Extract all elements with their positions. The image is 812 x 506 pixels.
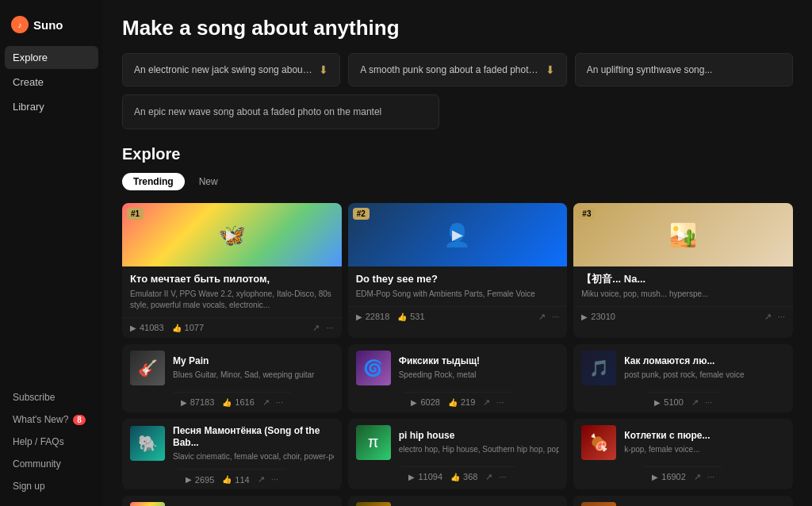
song-emoji-1: 🎸	[138, 358, 158, 378]
song-more-icon-6[interactable]: ···	[707, 472, 714, 482]
song-play-icon-6: ▶	[652, 473, 658, 481]
featured-title-1: Кто мечтает быть пилотом,	[130, 273, 334, 286]
song-card-4[interactable]: 🐘 Песня Мамонтёнка (Song of the Bab... S…	[122, 419, 342, 489]
song-share-icon-4[interactable]: ↗	[258, 474, 265, 485]
play-icon-2: ▶	[452, 226, 463, 243]
sidebar-item-community[interactable]: Community	[5, 454, 98, 474]
song-genre-3: post punk, post rock, female voice	[624, 370, 785, 381]
prompt-box-1[interactable]: An electronic new jack swing song about …	[122, 53, 340, 86]
share-icon-1[interactable]: ↗	[312, 323, 320, 333]
song-thumb-3: 🎵	[581, 351, 616, 385]
sidebar-item-whats-new[interactable]: What's New? 8	[5, 409, 98, 430]
song-like-icon-2: 👍	[448, 398, 458, 407]
sidebar-item-help[interactable]: Help / FAQs	[5, 431, 98, 452]
song-card-1[interactable]: 🎸 My Pain Blues Guitar, Minor, Sad, weep…	[122, 344, 342, 412]
song-share-icon-3[interactable]: ↗	[691, 397, 699, 408]
song-card-5[interactable]: π pi hip house electro hop, Hip house, S…	[348, 419, 568, 489]
song-plays-4: ▶ 2695	[186, 475, 214, 485]
featured-card-1[interactable]: #1 🦋 ▶ Кто мечтает быть пилотом, Emulato…	[122, 203, 342, 338]
song-emoji-5: π	[368, 433, 379, 451]
prompt-text-2: A smooth punk song about a faded photo o…	[360, 64, 538, 75]
featured-card-2[interactable]: #2 👤 ▶ Do they see me? EDM-Pop Song with…	[348, 203, 568, 338]
song-plays-1: ▶ 87183	[181, 397, 215, 407]
song-stats-5: ▶ 11094 👍 368 ↗ ···	[400, 466, 514, 487]
song-like-num-1: 1616	[235, 397, 254, 407]
song-likes-4: 👍 114	[222, 475, 249, 485]
prompt-arrow-1: ⬇	[319, 63, 328, 76]
more-icon-1[interactable]: ···	[326, 323, 333, 333]
sidebar-item-signup[interactable]: Sign up	[5, 476, 98, 496]
featured-thumb-3: #3 🏜️ ▶	[573, 203, 793, 266]
song-thumb-2: 🌀	[356, 351, 391, 385]
prompt-text-3: An uplifting synthwave song...	[587, 64, 713, 75]
song-emoji-2: 🌀	[363, 358, 383, 378]
sidebar-item-library[interactable]: Library	[5, 95, 98, 118]
song-share-icon-2[interactable]: ↗	[483, 397, 490, 408]
song-play-num-5: 11094	[418, 472, 442, 481]
song-inner-3: 🎵 Как ломаются лю... post punk, post roc…	[573, 344, 793, 392]
song-title-6: Котлетки с пюре...	[624, 430, 785, 443]
logo: ♪ Suno	[0, 10, 103, 46]
featured-genre-2: EDM-Pop Song with Ambients Parts, Female…	[356, 289, 560, 300]
song-card-8[interactable]: 🍔 I shouldn't eat your burger Emotional …	[348, 496, 568, 506]
song-play-num-1: 87183	[190, 397, 215, 407]
tab-new[interactable]: New	[188, 173, 229, 190]
sidebar-item-create[interactable]: Create	[5, 71, 98, 94]
tabs-container: Trending New	[122, 173, 793, 190]
song-inner-9: 🔥 World on Fire Female voice lyrics, C..…	[573, 496, 793, 506]
more-icon-2[interactable]: ···	[552, 312, 559, 322]
song-text-5: pi hip house electro hop, Hip house, Sou…	[399, 430, 560, 455]
song-more-icon-5[interactable]: ···	[499, 472, 506, 482]
song-more-icon-1[interactable]: ···	[276, 397, 283, 408]
song-share-icon-6[interactable]: ↗	[694, 472, 701, 482]
song-title-4: Песня Мамонтёнка (Song of the Bab...	[173, 425, 334, 450]
featured-title-2: Do they see me?	[356, 273, 560, 286]
song-more-icon-4[interactable]: ···	[271, 474, 278, 485]
song-card-2[interactable]: 🌀 Фиксики тыдыщ! Speeding Rock, metal ▶ …	[348, 344, 568, 412]
song-card-7[interactable]: ✨ The Roaring 20s 1920s Dubstep ▶ 38556 …	[122, 496, 342, 506]
share-icon-3[interactable]: ↗	[764, 312, 772, 322]
song-actions-5: ↗ ···	[485, 472, 506, 482]
song-card-9[interactable]: 🔥 World on Fire Female voice lyrics, C..…	[573, 496, 793, 506]
main-content: Make a song about anything An electronic…	[103, 0, 812, 506]
sidebar: ♪ Suno Explore Create Library Subscribe …	[0, 0, 103, 506]
featured-info-3: 【初音... Na... Miku voice, pop, mush... hy…	[573, 266, 793, 306]
song-actions-4: ↗ ···	[258, 474, 278, 485]
song-thumb-6: 🍖	[581, 425, 616, 460]
sidebar-bottom: Subscribe What's New? 8 Help / FAQs Comm…	[0, 387, 103, 496]
song-card-3[interactable]: 🎵 Как ломаются лю... post punk, post roc…	[573, 344, 793, 412]
song-text-1: My Pain Blues Guitar, Minor, Sad, weepin…	[173, 355, 334, 381]
page-title: Make a song about anything	[122, 16, 793, 40]
prompt-boxes-row1: An electronic new jack swing song about …	[122, 53, 793, 86]
song-inner-8: 🍔 I shouldn't eat your burger Emotional …	[348, 496, 568, 506]
song-more-icon-2[interactable]: ···	[496, 397, 504, 408]
rank-badge-1: #1	[127, 208, 144, 220]
featured-genre-3: Miku voice, pop, mush... hyperspe...	[581, 289, 785, 300]
share-icon-2[interactable]: ↗	[538, 312, 546, 322]
tab-trending[interactable]: Trending	[122, 173, 185, 190]
song-play-num-4: 2695	[195, 475, 214, 485]
play-num-2: 22818	[366, 312, 390, 321]
signup-label: Sign up	[13, 481, 45, 492]
song-share-icon-1[interactable]: ↗	[262, 397, 270, 408]
featured-genre-1: Emulator II V, PPG Wave 2.2, xylophone, …	[130, 289, 334, 311]
more-icon-3[interactable]: ···	[778, 312, 785, 322]
rank-badge-3: #3	[578, 208, 595, 220]
song-play-num-3: 5100	[664, 397, 683, 407]
prompt-box-3[interactable]: An uplifting synthwave song...	[575, 53, 793, 86]
sidebar-item-subscribe[interactable]: Subscribe	[5, 387, 98, 408]
sidebar-item-explore[interactable]: Explore	[5, 46, 98, 69]
song-likes-1: 👍 1616	[222, 397, 254, 407]
song-play-icon-1: ▶	[181, 398, 187, 407]
song-more-icon-3[interactable]: ···	[705, 397, 712, 408]
song-likes-5: 👍 368	[450, 472, 477, 481]
featured-card-3[interactable]: #3 🏜️ ▶ 【初音... Na... Miku voice, pop, mu…	[573, 203, 793, 338]
song-genre-4: Slavic cinematic, female vocal, choir, p…	[173, 451, 334, 462]
prompt-box-wide[interactable]: An epic new wave song about a faded phot…	[122, 94, 439, 129]
song-like-icon-1: 👍	[222, 398, 232, 407]
song-play-icon-4: ▶	[186, 475, 192, 484]
whats-new-badge: 8	[73, 415, 86, 425]
song-share-icon-5[interactable]: ↗	[485, 472, 492, 482]
prompt-box-2[interactable]: A smooth punk song about a faded photo o…	[348, 53, 566, 86]
song-card-6[interactable]: 🍖 Котлетки с пюре... k-pop, female voice…	[573, 419, 793, 489]
